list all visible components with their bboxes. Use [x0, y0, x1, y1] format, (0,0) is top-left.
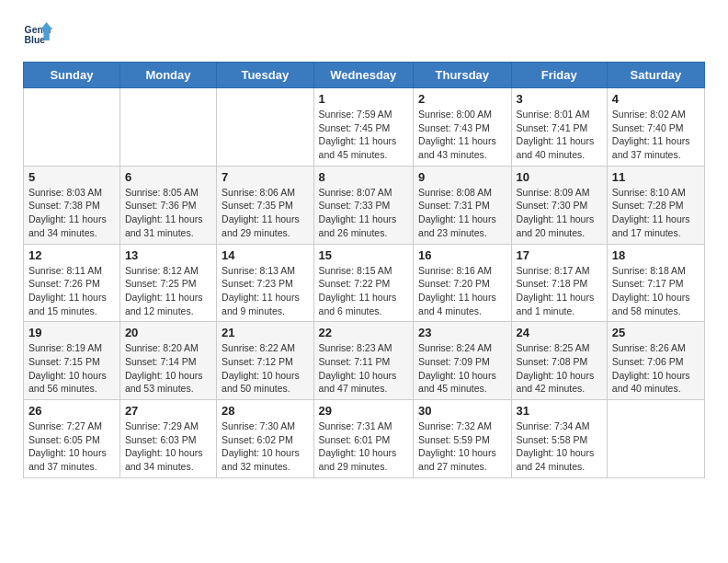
calendar-cell: 20Sunrise: 8:20 AM Sunset: 7:14 PM Dayli… [119, 322, 216, 400]
calendar-cell: 19Sunrise: 8:19 AM Sunset: 7:15 PM Dayli… [24, 322, 120, 400]
calendar: SundayMondayTuesdayWednesdayThursdayFrid… [23, 62, 705, 478]
day-number: 12 [28, 248, 115, 262]
calendar-cell: 23Sunrise: 8:24 AM Sunset: 7:09 PM Dayli… [414, 322, 512, 400]
day-number: 14 [222, 248, 309, 262]
day-info: Sunrise: 8:19 AM Sunset: 7:15 PM Dayligh… [28, 341, 115, 396]
day-number: 18 [612, 248, 700, 262]
day-info: Sunrise: 8:02 AM Sunset: 7:40 PM Dayligh… [612, 108, 700, 162]
day-info: Sunrise: 7:34 AM Sunset: 5:58 PM Dayligh… [517, 419, 602, 474]
day-number: 24 [517, 326, 602, 339]
day-number: 3 [517, 92, 602, 106]
weekday-header-row: SundayMondayTuesdayWednesdayThursdayFrid… [24, 63, 705, 88]
day-info: Sunrise: 8:12 AM Sunset: 7:25 PM Dayligh… [125, 264, 211, 318]
day-info: Sunrise: 8:08 AM Sunset: 7:31 PM Dayligh… [418, 186, 506, 240]
day-info: Sunrise: 8:06 AM Sunset: 7:35 PM Dayligh… [222, 186, 309, 240]
calendar-cell: 11Sunrise: 8:10 AM Sunset: 7:28 PM Dayli… [607, 166, 704, 244]
weekday-header: Sunday [24, 63, 120, 88]
calendar-cell: 24Sunrise: 8:25 AM Sunset: 7:08 PM Dayli… [511, 322, 607, 400]
day-number: 10 [517, 170, 602, 184]
calendar-week-row: 1Sunrise: 7:59 AM Sunset: 7:45 PM Daylig… [24, 88, 705, 167]
day-info: Sunrise: 8:16 AM Sunset: 7:20 PM Dayligh… [418, 264, 506, 318]
weekday-header: Wednesday [313, 63, 413, 88]
day-info: Sunrise: 8:10 AM Sunset: 7:28 PM Dayligh… [612, 186, 700, 240]
calendar-cell [24, 88, 120, 167]
day-number: 31 [517, 404, 602, 418]
day-info: Sunrise: 8:13 AM Sunset: 7:23 PM Dayligh… [222, 264, 309, 318]
day-number: 8 [319, 170, 408, 184]
day-info: Sunrise: 8:15 AM Sunset: 7:22 PM Dayligh… [319, 264, 408, 318]
day-number: 5 [28, 170, 115, 184]
day-info: Sunrise: 8:24 AM Sunset: 7:09 PM Dayligh… [418, 341, 506, 396]
day-number: 4 [612, 92, 700, 106]
day-number: 21 [222, 326, 309, 339]
day-info: Sunrise: 8:25 AM Sunset: 7:08 PM Dayligh… [517, 341, 602, 396]
calendar-cell: 30Sunrise: 7:32 AM Sunset: 5:59 PM Dayli… [414, 400, 512, 478]
calendar-cell: 28Sunrise: 7:30 AM Sunset: 6:02 PM Dayli… [217, 400, 314, 478]
day-number: 27 [125, 404, 211, 418]
calendar-cell: 25Sunrise: 8:26 AM Sunset: 7:06 PM Dayli… [607, 322, 704, 400]
calendar-cell: 8Sunrise: 8:07 AM Sunset: 7:33 PM Daylig… [313, 166, 413, 244]
day-number: 30 [418, 404, 506, 418]
calendar-cell: 15Sunrise: 8:15 AM Sunset: 7:22 PM Dayli… [313, 244, 413, 322]
logo-icon: General Blue [23, 18, 52, 48]
day-number: 7 [222, 170, 309, 184]
day-number: 22 [319, 326, 408, 339]
calendar-cell: 5Sunrise: 8:03 AM Sunset: 7:38 PM Daylig… [24, 166, 120, 244]
day-number: 6 [125, 170, 211, 184]
calendar-cell: 10Sunrise: 8:09 AM Sunset: 7:30 PM Dayli… [511, 166, 607, 244]
calendar-cell: 2Sunrise: 8:00 AM Sunset: 7:43 PM Daylig… [414, 88, 512, 167]
day-number: 1 [319, 92, 408, 106]
calendar-cell: 16Sunrise: 8:16 AM Sunset: 7:20 PM Dayli… [414, 244, 512, 322]
calendar-week-row: 5Sunrise: 8:03 AM Sunset: 7:38 PM Daylig… [24, 166, 705, 244]
day-info: Sunrise: 8:05 AM Sunset: 7:36 PM Dayligh… [125, 186, 211, 240]
calendar-cell: 21Sunrise: 8:22 AM Sunset: 7:12 PM Dayli… [217, 322, 314, 400]
day-info: Sunrise: 7:32 AM Sunset: 5:59 PM Dayligh… [418, 419, 506, 474]
weekday-header: Tuesday [217, 63, 314, 88]
day-number: 20 [125, 326, 211, 339]
day-info: Sunrise: 7:29 AM Sunset: 6:03 PM Dayligh… [125, 419, 211, 474]
weekday-header: Monday [119, 63, 216, 88]
calendar-cell: 18Sunrise: 8:18 AM Sunset: 7:17 PM Dayli… [607, 244, 704, 322]
day-info: Sunrise: 8:01 AM Sunset: 7:41 PM Dayligh… [517, 108, 602, 162]
day-number: 11 [612, 170, 700, 184]
day-number: 25 [612, 326, 700, 339]
calendar-cell [119, 88, 216, 167]
day-info: Sunrise: 8:03 AM Sunset: 7:38 PM Dayligh… [28, 186, 115, 240]
day-info: Sunrise: 8:18 AM Sunset: 7:17 PM Dayligh… [612, 264, 700, 318]
calendar-cell: 26Sunrise: 7:27 AM Sunset: 6:05 PM Dayli… [24, 400, 120, 478]
day-number: 13 [125, 248, 211, 262]
day-info: Sunrise: 7:30 AM Sunset: 6:02 PM Dayligh… [222, 419, 309, 474]
calendar-cell: 9Sunrise: 8:08 AM Sunset: 7:31 PM Daylig… [414, 166, 512, 244]
weekday-header: Saturday [607, 63, 704, 88]
calendar-cell: 6Sunrise: 8:05 AM Sunset: 7:36 PM Daylig… [119, 166, 216, 244]
day-info: Sunrise: 8:20 AM Sunset: 7:14 PM Dayligh… [125, 341, 211, 396]
weekday-header: Thursday [414, 63, 512, 88]
calendar-cell [217, 88, 314, 167]
calendar-cell [607, 400, 704, 478]
day-number: 9 [418, 170, 506, 184]
calendar-week-row: 19Sunrise: 8:19 AM Sunset: 7:15 PM Dayli… [24, 322, 705, 400]
day-info: Sunrise: 7:59 AM Sunset: 7:45 PM Dayligh… [319, 108, 408, 162]
day-info: Sunrise: 8:22 AM Sunset: 7:12 PM Dayligh… [222, 341, 309, 396]
logo: General Blue [23, 18, 58, 48]
calendar-cell: 1Sunrise: 7:59 AM Sunset: 7:45 PM Daylig… [313, 88, 413, 167]
calendar-cell: 4Sunrise: 8:02 AM Sunset: 7:40 PM Daylig… [607, 88, 704, 167]
calendar-cell: 22Sunrise: 8:23 AM Sunset: 7:11 PM Dayli… [313, 322, 413, 400]
calendar-week-row: 26Sunrise: 7:27 AM Sunset: 6:05 PM Dayli… [24, 400, 705, 478]
calendar-cell: 3Sunrise: 8:01 AM Sunset: 7:41 PM Daylig… [511, 88, 607, 167]
day-number: 23 [418, 326, 506, 339]
day-info: Sunrise: 8:11 AM Sunset: 7:26 PM Dayligh… [28, 264, 115, 318]
day-number: 2 [418, 92, 506, 106]
day-info: Sunrise: 7:27 AM Sunset: 6:05 PM Dayligh… [28, 419, 115, 474]
calendar-cell: 29Sunrise: 7:31 AM Sunset: 6:01 PM Dayli… [313, 400, 413, 478]
calendar-week-row: 12Sunrise: 8:11 AM Sunset: 7:26 PM Dayli… [24, 244, 705, 322]
day-info: Sunrise: 8:09 AM Sunset: 7:30 PM Dayligh… [517, 186, 602, 240]
calendar-cell: 7Sunrise: 8:06 AM Sunset: 7:35 PM Daylig… [217, 166, 314, 244]
svg-text:Blue: Blue [25, 35, 46, 45]
calendar-cell: 31Sunrise: 7:34 AM Sunset: 5:58 PM Dayli… [511, 400, 607, 478]
day-info: Sunrise: 7:31 AM Sunset: 6:01 PM Dayligh… [319, 419, 408, 474]
day-number: 17 [517, 248, 602, 262]
day-number: 16 [418, 248, 506, 262]
page-header: General Blue [23, 18, 705, 48]
calendar-cell: 13Sunrise: 8:12 AM Sunset: 7:25 PM Dayli… [119, 244, 216, 322]
